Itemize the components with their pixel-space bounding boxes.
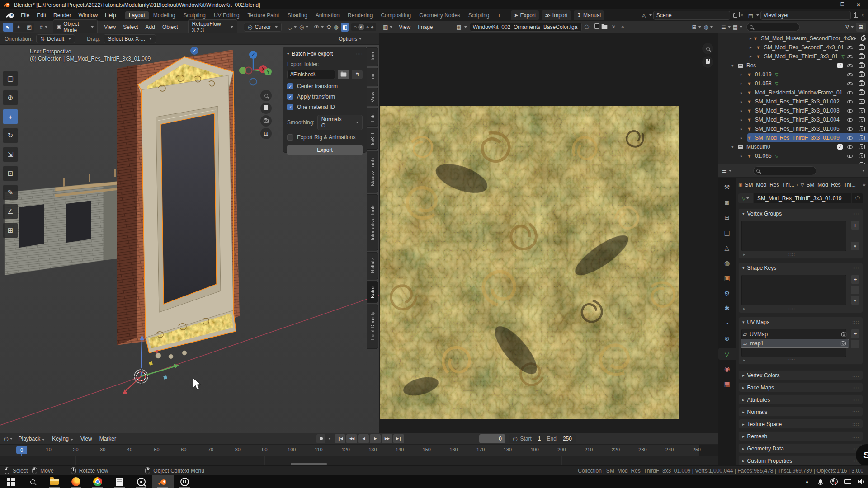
sidebar-tab-item[interactable]: Item [367,47,378,66]
circle-logo-app-taskbar-button[interactable] [130,475,152,488]
view-layer-remove-icon[interactable]: × [861,12,864,19]
particles-tab[interactable]: ✱ [718,302,736,314]
sidebar-tab-texel-density[interactable]: Texel Density [367,304,378,349]
outliner-object-row[interactable]: ▸▼SM_Mod_Res_ThirdF_3x3_01▽ [718,52,868,61]
auto-keying-button[interactable] [316,434,326,443]
mesh-name-field[interactable]: SM_Mod_Res_ThirdF_3x3_01.019 [754,193,851,203]
panel-collapse-icon[interactable]: ▾ [287,52,289,56]
select-box-tool[interactable]: ▢ [3,71,18,86]
addon-badge[interactable]: Z [190,47,198,55]
panel-normals[interactable]: ▸Normals∷∷ [738,407,863,417]
blender-taskbar-button[interactable] [152,475,174,488]
volume-tray-button[interactable] [854,475,868,488]
checkbox[interactable]: ✓ [287,94,293,100]
viewport-menu-object[interactable]: Object [159,23,182,31]
uv-map-row[interactable]: ▱map1 [741,339,849,348]
disable-in-renders-icon[interactable] [859,90,865,95]
uv-zoom-button[interactable] [702,43,713,54]
annotate-tool[interactable]: ✎ [3,185,18,200]
panel-vertex-colors[interactable]: ▸Vertex Colors∷∷ [738,370,863,380]
sidebar-tab-edit[interactable]: Edit [367,108,378,127]
workspace-tab-sculpting[interactable]: Sculpting [180,11,209,19]
physics-tab[interactable]: ◔ [718,318,736,329]
image-copy-icon[interactable] [593,25,597,29]
mesh-browse-button[interactable]: ▽ [738,193,753,203]
file-explorer-taskbar-button[interactable] [43,475,65,488]
perspective-toggle-button[interactable]: ⊞ [260,128,272,139]
list-expand-icon[interactable]: ▸ [743,252,745,257]
uv-map-row[interactable]: ▱UVMap [741,330,849,339]
properties-options-caret[interactable] [862,170,865,172]
menu-help[interactable]: Help [101,11,120,19]
panel-remesh[interactable]: ▸Remesh∷∷ [738,431,863,441]
notepad-taskbar-button[interactable] [108,475,130,488]
play-reverse-button[interactable]: ◀ [358,434,369,443]
cursor-tool[interactable]: ⊕ [3,90,18,105]
windows-start-taskbar-button[interactable] [0,475,22,488]
outliner-object-row[interactable]: ▸▼SM_Mod_Res_ThirdF_3x3_01.004 [718,115,868,124]
microphone-tray-button[interactable] [814,475,827,488]
hide-in-viewport-icon[interactable] [847,153,853,159]
transform-tool[interactable]: ⊡ [3,166,18,181]
recent-folder-button[interactable]: ↰ [352,70,363,79]
remove-shape-key-button[interactable]: − [850,285,860,295]
disable-in-renders-icon[interactable] [859,117,865,122]
add-workspace-button[interactable]: + [494,11,505,19]
render-tab[interactable]: ◙ [718,197,736,208]
panel-drag-handle[interactable]: ∷∷ [852,320,859,325]
close-button[interactable]: ✕ [856,2,861,8]
scene-unlink-icon[interactable]: × [741,12,744,19]
minimize-button[interactable]: ─ [825,2,829,8]
expand-arrow-icon[interactable]: ▸ [741,72,747,77]
uv-gizmo-icon[interactable]: ⊞ [692,24,701,30]
drag-dropdown[interactable]: Select Box X-... [104,34,156,43]
expand-arrow-icon[interactable]: ▸ [750,36,753,41]
manual-button[interactable]: ↧Manual [574,10,604,20]
navigation-gizmo[interactable]: Z X Y [235,48,273,86]
start-frame-field[interactable]: Start1 [520,436,541,442]
pin-id-icon[interactable]: ⌖ [863,182,866,188]
hide-in-viewport-icon[interactable] [847,99,853,105]
sidebar-tab-batex[interactable]: Batex [367,281,378,303]
hide-in-viewport-icon[interactable] [847,63,853,69]
current-frame-indicator[interactable]: 0 [16,446,27,454]
disable-in-renders-icon[interactable] [859,63,865,68]
use-preview-range-icon[interactable]: ◷ [513,436,517,442]
pan-hand-button[interactable] [260,103,272,114]
view-layer-tab[interactable]: ▤ [718,227,736,239]
hide-in-viewport-icon[interactable] [847,72,853,78]
disable-in-renders-icon[interactable] [859,54,865,59]
image-unlink-icon[interactable]: ✕ [611,24,616,30]
shading-rendered-icon[interactable]: ● [371,24,374,30]
outliner-object-row[interactable]: ▸▼01.058▽ [718,79,868,88]
scene-tab[interactable]: ◬ [718,242,736,253]
expand-arrow-icon[interactable]: ▸ [741,136,747,140]
expand-arrow-icon[interactable]: ▸ [741,90,747,95]
viewport-canvas[interactable]: ▢⊕+↻⇲⊡✎∠⊞ User Perspective (0) Collectio… [0,45,379,433]
modifiers-tab[interactable]: ⚙ [718,287,736,299]
hide-in-viewport-icon[interactable] [847,81,853,87]
panel-header[interactable]: ▾Shape Keys∷∷ [739,263,863,273]
checkbox[interactable]: ✓ [287,104,293,110]
hide-in-viewport-icon[interactable] [847,117,853,123]
outliner-object-row[interactable]: ▸▼Mod_Residential_WindowFrame_01 [718,88,868,97]
view-layer-copy-icon[interactable] [854,13,858,18]
list-expand-icon[interactable]: ▸ [743,306,745,311]
previous-keyframe-button[interactable]: ◀◀ [346,434,357,443]
shading-solid-icon[interactable]: ◐ [358,24,364,30]
orientation-dropdown[interactable]: ⇅Default [36,34,75,43]
expand-arrow-icon[interactable]: ▸ [741,154,747,158]
outliner-search-input[interactable] [746,23,800,32]
panel-drag-handle[interactable]: ∷∷ [852,266,859,271]
move-tool[interactable]: + [3,109,18,124]
expand-arrow-icon[interactable]: ▸ [741,108,747,113]
image-menu-image[interactable]: Image [414,23,436,31]
viewport-menu-select[interactable]: Select [119,23,142,31]
scene-browse-caret[interactable] [649,14,652,16]
unreal-engine-taskbar-button[interactable]: U [174,475,195,488]
menu-render[interactable]: Render [50,11,75,19]
expand-arrow-icon[interactable]: ▸ [741,81,747,86]
checkbox-row[interactable]: ✓Center transform [287,83,363,89]
disable-in-renders-icon[interactable] [859,99,865,104]
breadcrumb-object[interactable]: SM_Mod_Res_Thi... [745,182,794,188]
